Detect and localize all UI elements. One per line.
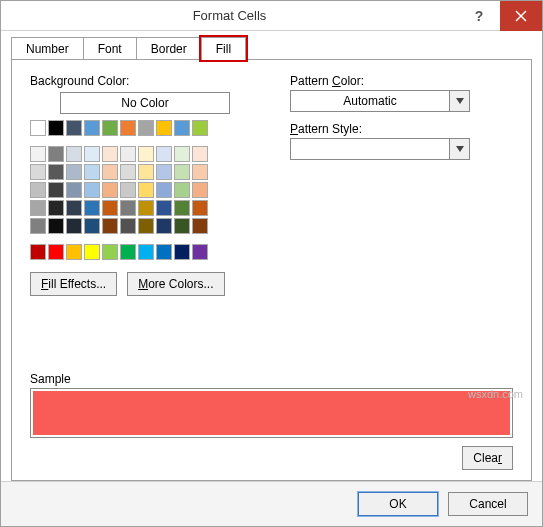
tab-font[interactable]: Font: [83, 37, 137, 60]
color-swatch[interactable]: [102, 146, 118, 162]
color-swatch[interactable]: [102, 218, 118, 234]
color-swatch[interactable]: [156, 200, 172, 216]
color-swatch[interactable]: [66, 200, 82, 216]
color-swatch[interactable]: [102, 120, 118, 136]
color-swatch[interactable]: [174, 244, 190, 260]
tab-fill[interactable]: Fill: [201, 37, 246, 60]
dialog-title: Format Cells: [1, 8, 458, 23]
color-swatch[interactable]: [192, 182, 208, 198]
color-swatch[interactable]: [138, 218, 154, 234]
color-swatch[interactable]: [30, 218, 46, 234]
help-button[interactable]: ?: [458, 1, 500, 31]
no-color-button[interactable]: No Color: [60, 92, 230, 114]
color-swatch[interactable]: [102, 182, 118, 198]
color-swatch[interactable]: [30, 200, 46, 216]
color-swatch[interactable]: [174, 200, 190, 216]
color-swatch[interactable]: [66, 218, 82, 234]
color-swatch[interactable]: [120, 182, 136, 198]
color-swatch[interactable]: [30, 244, 46, 260]
format-cells-dialog: Format Cells ? NumberFontBorderFill Back…: [0, 0, 543, 527]
color-swatch[interactable]: [120, 200, 136, 216]
color-swatch[interactable]: [192, 146, 208, 162]
color-swatch[interactable]: [138, 182, 154, 198]
color-swatch[interactable]: [84, 218, 100, 234]
tab-border[interactable]: Border: [136, 37, 202, 60]
close-icon: [515, 10, 527, 22]
color-swatch[interactable]: [102, 244, 118, 260]
color-swatch[interactable]: [48, 146, 64, 162]
color-swatch[interactable]: [66, 182, 82, 198]
color-swatch[interactable]: [30, 164, 46, 180]
color-swatch[interactable]: [66, 244, 82, 260]
color-swatch[interactable]: [66, 146, 82, 162]
color-swatch[interactable]: [174, 146, 190, 162]
color-swatch[interactable]: [138, 200, 154, 216]
color-swatch[interactable]: [156, 120, 172, 136]
color-swatch[interactable]: [84, 120, 100, 136]
pattern-style-label: Pattern Style:: [290, 122, 513, 136]
color-swatch[interactable]: [48, 120, 64, 136]
color-swatch[interactable]: [156, 164, 172, 180]
color-swatch[interactable]: [138, 244, 154, 260]
color-swatch[interactable]: [48, 164, 64, 180]
color-swatch[interactable]: [156, 146, 172, 162]
sample-box: [30, 388, 513, 438]
color-swatch[interactable]: [192, 218, 208, 234]
color-swatch[interactable]: [66, 164, 82, 180]
color-swatch[interactable]: [48, 244, 64, 260]
color-swatch[interactable]: [84, 146, 100, 162]
color-swatch[interactable]: [84, 244, 100, 260]
color-swatch[interactable]: [102, 164, 118, 180]
color-swatch[interactable]: [138, 164, 154, 180]
chevron-down-icon: [449, 139, 469, 159]
color-swatch[interactable]: [102, 200, 118, 216]
color-swatch[interactable]: [30, 182, 46, 198]
color-swatch[interactable]: [156, 244, 172, 260]
color-swatch[interactable]: [174, 182, 190, 198]
color-swatch[interactable]: [48, 200, 64, 216]
tab-number[interactable]: Number: [11, 37, 84, 60]
color-swatch[interactable]: [192, 200, 208, 216]
color-swatch[interactable]: [120, 164, 136, 180]
fill-effects-button[interactable]: Fill Effects...: [30, 272, 117, 296]
pattern-style-combo[interactable]: [290, 138, 470, 160]
color-swatch[interactable]: [84, 164, 100, 180]
color-swatch[interactable]: [156, 218, 172, 234]
color-swatch[interactable]: [156, 182, 172, 198]
more-colors-button[interactable]: More Colors...: [127, 272, 224, 296]
color-swatch[interactable]: [120, 146, 136, 162]
pattern-style-value: [291, 139, 449, 159]
chevron-down-icon: [449, 91, 469, 111]
color-swatch[interactable]: [138, 146, 154, 162]
sample-label: Sample: [30, 372, 513, 386]
titlebar: Format Cells ?: [1, 1, 542, 31]
dialog-buttons: OK Cancel: [1, 481, 542, 526]
color-swatch[interactable]: [120, 218, 136, 234]
color-swatch[interactable]: [174, 218, 190, 234]
ok-button[interactable]: OK: [358, 492, 438, 516]
color-swatch[interactable]: [30, 120, 46, 136]
clear-button[interactable]: Clear: [462, 446, 513, 470]
color-swatch[interactable]: [138, 120, 154, 136]
color-swatch[interactable]: [174, 164, 190, 180]
cancel-button[interactable]: Cancel: [448, 492, 528, 516]
color-swatch[interactable]: [30, 146, 46, 162]
color-swatch[interactable]: [66, 120, 82, 136]
color-swatch[interactable]: [120, 120, 136, 136]
color-swatch[interactable]: [84, 182, 100, 198]
color-swatch[interactable]: [192, 164, 208, 180]
tabstrip: NumberFontBorderFill: [11, 37, 532, 60]
color-swatch[interactable]: [174, 120, 190, 136]
sample-preview: [33, 391, 510, 435]
color-palette: [30, 120, 260, 260]
color-swatch[interactable]: [192, 120, 208, 136]
color-swatch[interactable]: [120, 244, 136, 260]
close-button[interactable]: [500, 1, 542, 31]
pattern-color-combo[interactable]: Automatic: [290, 90, 470, 112]
color-swatch[interactable]: [48, 182, 64, 198]
tabs-area: NumberFontBorderFill: [1, 31, 542, 60]
background-color-label: Background Color:: [30, 74, 260, 88]
color-swatch[interactable]: [84, 200, 100, 216]
color-swatch[interactable]: [192, 244, 208, 260]
color-swatch[interactable]: [48, 218, 64, 234]
